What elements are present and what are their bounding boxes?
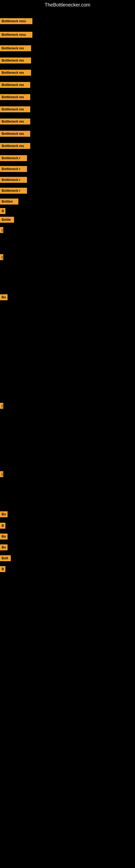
list-item: Bottleneck r: [0, 177, 27, 183]
bottleneck-label: Bo: [0, 533, 8, 539]
bottleneck-label: Bottleneck r: [0, 155, 27, 161]
list-item: Bottleneck res: [0, 106, 30, 112]
list-item: Bottlen: [0, 198, 18, 205]
bottleneck-label: Bottleneck res: [0, 119, 30, 124]
bottleneck-label: |: [0, 403, 3, 409]
bottleneck-label: |: [0, 227, 3, 233]
bottleneck-label: Bottleneck res: [0, 82, 30, 88]
bottleneck-label: Bottleneck res: [0, 131, 30, 137]
list-item: Bottleneck res: [0, 58, 31, 63]
list-item: Bo: [0, 545, 8, 550]
list-item: Bottleneck r: [0, 166, 27, 172]
list-item: Bottleneck res: [0, 70, 31, 76]
list-item: Bottleneck resu: [0, 18, 32, 24]
list-item: Bottle: [0, 217, 14, 223]
bottleneck-label: |: [0, 471, 3, 477]
bottleneck-label: Bottleneck res: [0, 70, 31, 76]
list-item: B: [0, 208, 5, 214]
bottleneck-label: Bo: [0, 511, 8, 517]
bottleneck-label: Bottleneck res: [0, 94, 30, 100]
site-title: TheBottlenecker.com: [0, 0, 135, 10]
list-item: |: [0, 403, 3, 409]
bottleneck-label: Bottleneck r: [0, 177, 27, 183]
list-item: |: [0, 227, 3, 233]
items-container: Bottleneck resuBottleneck resuBottleneck…: [0, 10, 135, 865]
list-item: B: [0, 523, 5, 529]
bottleneck-label: B: [0, 566, 5, 572]
list-item: Bottleneck res: [0, 143, 30, 149]
list-item: Bo: [0, 511, 8, 517]
list-item: Bottleneck res: [0, 94, 30, 100]
list-item: |: [0, 254, 3, 260]
bottleneck-label: B: [0, 208, 5, 214]
list-item: Bottleneck res: [0, 45, 31, 51]
bottleneck-label: Bottleneck res: [0, 45, 31, 51]
list-item: B: [0, 566, 5, 572]
list-item: Bottleneck resu: [0, 32, 32, 38]
bottleneck-label: Bottleneck res: [0, 58, 31, 63]
bottleneck-label: Bott: [0, 555, 11, 561]
list-item: Bottleneck r: [0, 188, 27, 194]
bottleneck-label: Bo: [0, 545, 8, 550]
bottleneck-label: Bottleneck r: [0, 188, 27, 194]
bottleneck-label: |: [0, 254, 3, 260]
list-item: Bottleneck res: [0, 131, 30, 137]
bottleneck-label: Bottleneck resu: [0, 32, 32, 38]
list-item: Bo: [0, 533, 8, 539]
bottleneck-label: Bottle: [0, 217, 14, 223]
list-item: Bottleneck res: [0, 82, 30, 88]
bottleneck-label: Bottleneck res: [0, 106, 30, 112]
list-item: Bott: [0, 555, 11, 561]
list-item: Bottleneck r: [0, 155, 27, 161]
bottleneck-label: Bottleneck resu: [0, 18, 32, 24]
bottleneck-label: Bottlen: [0, 198, 18, 205]
bottleneck-label: B: [0, 523, 5, 529]
bottleneck-label: Bo: [0, 294, 8, 300]
bottleneck-label: Bottleneck res: [0, 143, 30, 149]
bottleneck-label: Bottleneck r: [0, 166, 27, 172]
list-item: |: [0, 471, 3, 477]
list-item: Bottleneck res: [0, 119, 30, 124]
list-item: Bo: [0, 294, 8, 300]
